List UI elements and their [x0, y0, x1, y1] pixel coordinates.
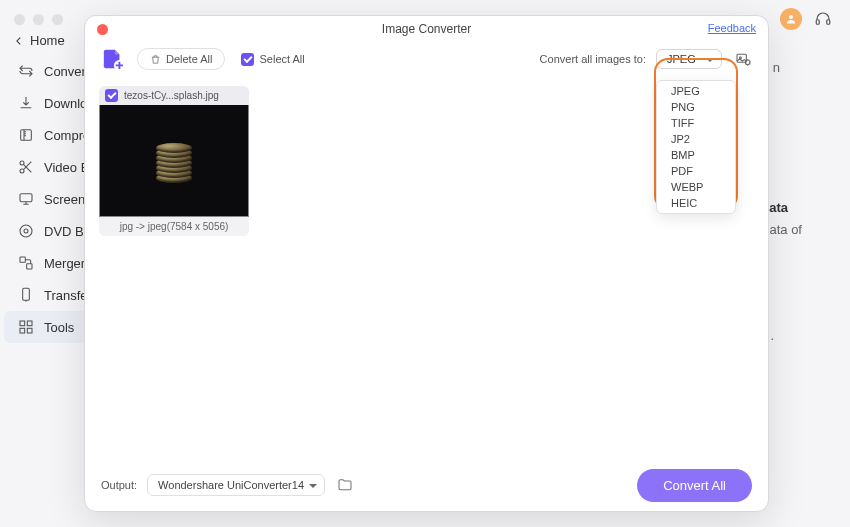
toolbar: Delete All Select All Convert all images…	[85, 42, 768, 76]
image-item[interactable]: tezos-tCy...splash.jpg jpg -> jpeg(7584 …	[99, 86, 249, 236]
select-all-checkbox[interactable]: Select All	[241, 53, 304, 66]
traffic-lights	[14, 14, 63, 25]
breadcrumb-home: Home	[30, 33, 65, 48]
output-path-value: Wondershare UniConverter14	[158, 479, 304, 491]
disc-icon	[18, 223, 34, 239]
svg-rect-6	[20, 194, 32, 202]
output-label: Output:	[101, 479, 137, 491]
bg-dot	[33, 14, 44, 25]
format-option[interactable]: JPEG	[657, 83, 735, 99]
window-title: Image Converter	[382, 22, 471, 36]
avatar[interactable]	[780, 8, 802, 30]
format-option[interactable]: WEBP	[657, 179, 735, 195]
scissors-icon	[18, 159, 34, 175]
svg-rect-1	[816, 20, 819, 25]
svg-point-0	[789, 15, 793, 19]
format-select[interactable]: JPEG	[656, 49, 722, 69]
image-filename: tezos-tCy...splash.jpg	[124, 90, 219, 101]
sidebar-item-converter[interactable]: Converter	[0, 55, 92, 87]
delete-all-label: Delete All	[166, 53, 212, 65]
breadcrumb[interactable]: Home	[14, 33, 65, 48]
add-file-button[interactable]	[99, 47, 127, 71]
svg-point-8	[24, 229, 28, 233]
sidebar-item-tools[interactable]: Tools	[4, 311, 88, 343]
svg-point-4	[20, 161, 24, 165]
convert-all-button[interactable]: Convert All	[637, 469, 752, 502]
select-all-label: Select All	[259, 53, 304, 65]
merge-icon	[18, 255, 34, 271]
delete-all-button[interactable]: Delete All	[137, 48, 225, 70]
bottom-bar: Output: Wondershare UniConverter14 Conve…	[85, 459, 768, 511]
svg-rect-12	[20, 321, 25, 326]
support-icon[interactable]	[814, 10, 832, 28]
format-option[interactable]: JP2	[657, 131, 735, 147]
trash-icon	[150, 54, 161, 65]
monitor-icon	[18, 191, 34, 207]
format-option[interactable]: PDF	[657, 163, 735, 179]
coin-stack-illustration	[156, 139, 192, 183]
svg-rect-15	[27, 328, 32, 333]
download-icon	[18, 95, 34, 111]
grid-icon	[18, 319, 34, 335]
sidebar-item-merger[interactable]: Merger	[0, 247, 92, 279]
open-output-folder-button[interactable]	[335, 475, 355, 495]
sidebar-item-transfer[interactable]: Transfer	[0, 279, 92, 311]
output-settings-button[interactable]	[732, 48, 754, 70]
svg-rect-9	[20, 257, 25, 262]
svg-rect-10	[27, 264, 32, 269]
sidebar-item-label: Tools	[44, 320, 74, 335]
svg-rect-13	[27, 321, 32, 326]
folder-icon	[337, 477, 353, 493]
sidebar-item-compressor[interactable]: Compressor	[0, 119, 92, 151]
checkbox-checked-icon[interactable]	[105, 89, 118, 102]
sidebar-item-dvd-burner[interactable]: DVD Burner	[0, 215, 92, 247]
format-dropdown: JPEG PNG TIFF JP2 BMP PDF WEBP HEIC	[656, 80, 736, 214]
sidebar-item-label: Merger	[44, 256, 85, 271]
convert-icon	[18, 63, 34, 79]
checkbox-checked-icon	[241, 53, 254, 66]
svg-rect-14	[20, 328, 25, 333]
compress-icon	[18, 127, 34, 143]
image-converter-window: Image Converter Feedback Delete All Sele…	[84, 15, 769, 512]
svg-rect-2	[827, 20, 830, 25]
image-meta: jpg -> jpeg(7584 x 5056)	[99, 217, 249, 236]
svg-rect-11	[23, 288, 30, 300]
transfer-icon	[18, 287, 34, 303]
svg-point-7	[20, 225, 32, 237]
format-option[interactable]: PNG	[657, 99, 735, 115]
output-path-select[interactable]: Wondershare UniConverter14	[147, 474, 325, 496]
sidebar-item-screen-recorder[interactable]: Screen Recorder	[0, 183, 92, 215]
titlebar: Image Converter Feedback	[85, 16, 768, 42]
bg-text-fragment: n	[773, 60, 780, 75]
gear-image-icon	[735, 51, 751, 67]
bg-text-fragment: ata	[769, 200, 788, 215]
svg-point-5	[20, 169, 24, 173]
chevron-left-icon	[14, 36, 24, 46]
convert-to-label: Convert all images to:	[540, 53, 646, 65]
sidebar: Converter Downloader Compressor Video Ed…	[0, 55, 92, 343]
image-thumbnail	[99, 105, 249, 217]
format-option[interactable]: BMP	[657, 147, 735, 163]
close-button[interactable]	[97, 24, 108, 35]
sidebar-item-downloader[interactable]: Downloader	[0, 87, 92, 119]
topright-icons	[780, 8, 832, 30]
format-selected-value: JPEG	[667, 53, 696, 65]
format-option[interactable]: HEIC	[657, 195, 735, 211]
bg-dot	[14, 14, 25, 25]
bg-dot	[52, 14, 63, 25]
bg-text-fragment: .	[770, 328, 774, 343]
format-option[interactable]: TIFF	[657, 115, 735, 131]
feedback-link[interactable]: Feedback	[708, 22, 756, 34]
sidebar-item-video-editor[interactable]: Video Editor	[0, 151, 92, 183]
image-item-header: tezos-tCy...splash.jpg	[99, 86, 249, 105]
